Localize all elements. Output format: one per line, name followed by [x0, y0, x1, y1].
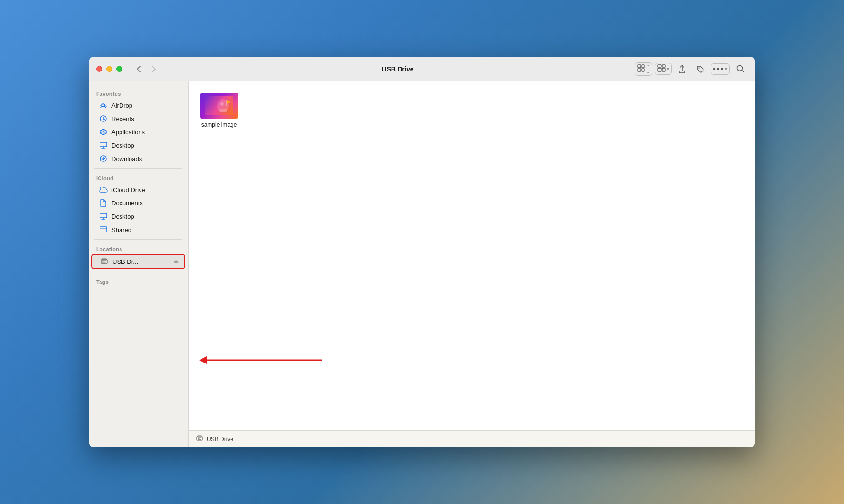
minimize-button[interactable] [106, 66, 112, 72]
svg-rect-12 [100, 142, 107, 147]
svg-rect-5 [662, 65, 665, 67]
group-icon [657, 64, 666, 73]
finder-window-container: USB Drive ⌃⌄ [89, 57, 755, 447]
svg-rect-6 [658, 68, 661, 71]
main-content: Favorites AirDrop [89, 81, 755, 447]
drive-icon [196, 435, 203, 443]
sidebar-item-documents[interactable]: Documents [91, 196, 185, 210]
documents-icon [99, 199, 108, 207]
svg-rect-4 [658, 65, 661, 67]
grid-icon [637, 64, 645, 73]
svg-rect-14 [100, 213, 107, 218]
sidebar-item-desktop[interactable]: Desktop [91, 139, 185, 152]
bottom-bar-drive-name: USB Drive [207, 436, 233, 443]
documents-label: Documents [111, 200, 180, 207]
sidebar: Favorites AirDrop [89, 81, 189, 447]
view-icon-button[interactable]: ⌃⌄ [635, 62, 652, 76]
airdrop-label: AirDrop [111, 102, 180, 109]
svg-rect-15 [100, 227, 107, 232]
sidebar-item-airdrop[interactable]: AirDrop [91, 99, 185, 112]
applications-label: Applications [111, 129, 180, 136]
file-thumbnail [200, 93, 238, 119]
group-chevron-icon: ▾ [667, 66, 669, 71]
window-title: USB Drive [166, 65, 629, 73]
nav-buttons [132, 62, 161, 76]
icloud-drive-label: iCloud Drive [111, 186, 180, 193]
desktop-icloud-icon [99, 212, 108, 221]
finder-window: USB Drive ⌃⌄ [89, 57, 755, 447]
recents-icon [99, 114, 108, 123]
airdrop-icon [99, 101, 108, 110]
desktop-icloud-label: Desktop [111, 213, 180, 220]
bottom-bar: USB Drive [189, 430, 755, 447]
divider-3 [94, 272, 182, 272]
list-item[interactable]: sample image [200, 93, 238, 129]
favorites-section-label: Favorites [89, 87, 188, 99]
group-view-button[interactable]: ▾ [655, 63, 672, 75]
tags-section-label: Tags [89, 275, 188, 287]
file-content: sample image [189, 81, 755, 430]
eject-button[interactable]: ⏏ [173, 258, 179, 265]
sort-chevron-icon: ⌃⌄ [646, 64, 650, 74]
more-options-button[interactable]: ••• ▾ [711, 63, 730, 75]
sidebar-item-applications[interactable]: Applications [91, 125, 185, 139]
thumbnail-art [205, 96, 233, 115]
desktop-icon [99, 141, 108, 150]
svg-rect-2 [638, 69, 641, 71]
sidebar-item-icloud-drive[interactable]: iCloud Drive [91, 183, 185, 196]
file-name: sample image [201, 121, 237, 129]
sidebar-item-shared[interactable]: Shared [91, 223, 185, 236]
desktop-label: Desktop [111, 142, 180, 149]
usb-drive-icon [100, 257, 109, 266]
sidebar-item-recents[interactable]: Recents [91, 112, 185, 125]
recents-label: Recents [111, 115, 180, 122]
applications-icon [99, 128, 108, 136]
file-area: sample image USB Drive [189, 81, 755, 447]
shared-label: Shared [111, 226, 180, 233]
title-bar: USB Drive ⌃⌄ [89, 57, 755, 81]
svg-point-21 [220, 102, 224, 106]
toolbar-right: ⌃⌄ ▾ [635, 61, 748, 77]
svg-point-8 [698, 67, 699, 68]
search-button[interactable] [733, 61, 748, 77]
divider-2 [94, 239, 182, 240]
more-chevron-icon: ▾ [725, 66, 727, 71]
downloads-icon [99, 154, 108, 163]
usb-drive-label: USB Dr... [112, 258, 170, 265]
svg-rect-7 [662, 68, 665, 71]
close-button[interactable] [96, 66, 102, 72]
svg-point-9 [737, 66, 742, 71]
shared-icon [99, 225, 108, 234]
tag-button[interactable] [693, 61, 708, 77]
downloads-label: Downloads [111, 155, 180, 162]
forward-button[interactable] [147, 62, 161, 76]
divider-1 [94, 168, 182, 169]
sidebar-item-usb-drive[interactable]: USB Dr... ⏏ [91, 254, 185, 269]
thumbnail-gradient [200, 93, 238, 119]
svg-rect-22 [226, 100, 227, 106]
maximize-button[interactable] [116, 66, 122, 72]
svg-rect-3 [642, 69, 644, 71]
locations-section-label: Locations [89, 242, 188, 254]
sidebar-item-downloads[interactable]: Downloads [91, 152, 185, 165]
svg-rect-0 [638, 65, 641, 68]
traffic-lights [96, 66, 122, 72]
back-button[interactable] [132, 62, 145, 76]
icloud-drive-icon [99, 185, 108, 194]
svg-rect-1 [642, 65, 644, 68]
icloud-section-label: iCloud [89, 171, 188, 183]
more-dots-icon: ••• [713, 65, 724, 73]
svg-rect-20 [219, 109, 227, 112]
share-button[interactable] [674, 61, 690, 77]
sidebar-item-desktop-icloud[interactable]: Desktop [91, 210, 185, 223]
